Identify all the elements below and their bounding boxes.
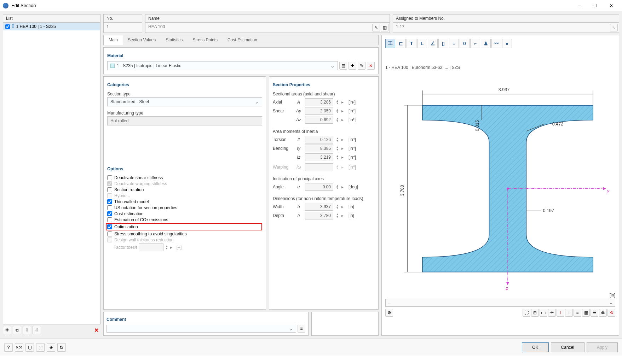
- shape-round-icon[interactable]: ●: [502, 39, 512, 48]
- material-new-icon[interactable]: ✚: [349, 62, 356, 70]
- delete-item-button[interactable]: ✕: [92, 326, 100, 334]
- library-icon[interactable]: ▥: [381, 24, 388, 31]
- shape-box-icon[interactable]: ▯: [438, 39, 448, 48]
- list-item[interactable]: I 1 HEA 100 | 1 - S235: [3, 23, 100, 30]
- formula-icon[interactable]: fx: [57, 343, 66, 352]
- option-deactivate-warping-stiffness: Deactivate warping stiffness: [107, 181, 262, 186]
- option-checkbox[interactable]: [107, 231, 112, 236]
- option-checkbox[interactable]: [107, 217, 112, 222]
- assigned-field[interactable]: 1-17: [393, 23, 619, 33]
- sort-asc-button[interactable]: ⇅: [23, 326, 31, 334]
- shape-z-icon[interactable]: ∠: [428, 39, 438, 48]
- material-library-icon[interactable]: ▤: [339, 62, 347, 70]
- prop-arrow-icon[interactable]: ▸: [341, 213, 346, 218]
- option-checkbox[interactable]: [107, 187, 112, 192]
- display-2-icon[interactable]: ⬚: [36, 343, 45, 352]
- view-extents-icon[interactable]: ⛶: [523, 309, 530, 317]
- comment-input[interactable]: [106, 325, 296, 333]
- maximize-button[interactable]: ☐: [587, 1, 603, 11]
- shape-l-icon[interactable]: L: [417, 39, 427, 48]
- material-delete-icon[interactable]: ✕: [367, 62, 375, 70]
- close-button[interactable]: ✕: [603, 1, 619, 11]
- display-3-icon[interactable]: ◈: [47, 343, 55, 352]
- view-shear-icon[interactable]: ⊥: [565, 309, 573, 317]
- prop-input-b[interactable]: [305, 203, 333, 211]
- prop-input-Iy[interactable]: [305, 145, 333, 152]
- view-reset-icon[interactable]: ⟲: [607, 309, 615, 317]
- material-dropdown[interactable]: 1 - S235 | Isotropic | Linear Elastic: [107, 61, 338, 70]
- shape-rail-icon[interactable]: ♟: [481, 39, 491, 48]
- option-checkbox[interactable]: [107, 205, 112, 210]
- view-dims-icon[interactable]: ⟷: [540, 309, 547, 317]
- section-type-dropdown[interactable]: Standardized - Steel: [107, 97, 262, 106]
- view-values-icon[interactable]: ⊞: [531, 309, 539, 317]
- sort-desc-button[interactable]: ⇵: [33, 326, 41, 334]
- minimize-button[interactable]: ─: [571, 1, 587, 11]
- tab-main[interactable]: Main: [104, 35, 123, 45]
- option-checkbox[interactable]: [107, 199, 112, 204]
- prop-input-Az[interactable]: [305, 116, 333, 124]
- prop-arrow-icon[interactable]: ▸: [341, 146, 346, 151]
- shape-t-icon[interactable]: T: [407, 39, 416, 48]
- view-list-icon[interactable]: ☰: [591, 309, 598, 317]
- cancel-button[interactable]: Cancel: [551, 342, 584, 352]
- shape-oval-icon[interactable]: 0: [460, 39, 470, 48]
- new-item-button[interactable]: ✚: [3, 326, 11, 334]
- print-icon[interactable]: 🖶: [599, 309, 607, 317]
- prop-arrow-icon[interactable]: ▸: [341, 117, 346, 122]
- prop-arrow-icon[interactable]: ▸: [341, 155, 346, 160]
- display-1-icon[interactable]: ▢: [25, 343, 34, 352]
- option-checkbox[interactable]: [107, 175, 112, 180]
- option-checkbox[interactable]: [107, 224, 112, 229]
- material-edit-icon[interactable]: ✎: [358, 62, 365, 70]
- option-stress-smoothing-to-avoid-singularities[interactable]: Stress smoothing to avoid singularities: [107, 231, 262, 236]
- help-icon[interactable]: ?: [4, 343, 13, 352]
- prop-arrow-icon[interactable]: ▸: [341, 108, 346, 113]
- prop-arrow-icon[interactable]: ▸: [341, 137, 346, 142]
- pick-members-icon[interactable]: ⤡: [610, 24, 618, 31]
- units-icon[interactable]: 0.00: [15, 343, 23, 352]
- view-plastic-icon[interactable]: ≡: [574, 309, 581, 317]
- shape-omega-icon[interactable]: ⌐: [470, 39, 480, 48]
- prop-input-A[interactable]: [305, 98, 333, 106]
- option-thin-walled-model[interactable]: Thin-walled model: [107, 199, 262, 204]
- list-item-checkbox[interactable]: [5, 24, 10, 29]
- shape-i-icon[interactable]: 工: [385, 39, 395, 48]
- comment-edit-icon[interactable]: ≡: [298, 325, 305, 333]
- view-grid-icon[interactable]: ▦: [582, 309, 590, 317]
- option-deactivate-shear-stiffness[interactable]: Deactivate shear stiffness: [107, 175, 262, 180]
- ok-button[interactable]: OK: [522, 342, 548, 352]
- shape-wave-icon[interactable]: 〰: [491, 39, 501, 48]
- i-section-icon: I: [12, 24, 14, 29]
- name-field[interactable]: HEA 100: [145, 23, 390, 33]
- edit-name-icon[interactable]: ✎: [372, 24, 380, 31]
- prop-arrow-icon[interactable]: ▸: [341, 100, 346, 105]
- option-cost-estimation[interactable]: Cost estimation: [107, 211, 262, 216]
- view-stress-icon[interactable]: I: [557, 309, 564, 317]
- apply-button[interactable]: Apply: [587, 342, 618, 352]
- prop-input-Ay[interactable]: [305, 107, 333, 115]
- option-us-notation-for-section-properties[interactable]: US notation for section properties: [107, 205, 262, 210]
- tab-cost-estimation[interactable]: Cost Estimation: [223, 35, 262, 45]
- tab-section-values[interactable]: Section Values: [123, 35, 161, 45]
- prop-input-It[interactable]: [305, 136, 333, 143]
- copy-item-button[interactable]: ⧉: [13, 326, 21, 334]
- shape-circle-icon[interactable]: ○: [449, 39, 459, 48]
- angle-input[interactable]: [305, 183, 333, 191]
- prop-arrow-icon[interactable]: ▸: [341, 204, 346, 209]
- svg-text:z: z: [506, 286, 508, 291]
- view-axes-icon[interactable]: ✛: [548, 309, 556, 317]
- no-field[interactable]: 1: [103, 23, 142, 33]
- tab-stress-points[interactable]: Stress Points: [188, 35, 223, 45]
- prop-input-Iz[interactable]: [305, 153, 333, 161]
- preview-view-dropdown[interactable]: --: [385, 299, 615, 307]
- dim-radius-text: 0.472: [552, 122, 563, 127]
- prop-input-h[interactable]: [305, 212, 333, 219]
- option-optimization[interactable]: Optimization: [106, 223, 262, 230]
- tab-statistics[interactable]: Statistics: [161, 35, 188, 45]
- preview-tool-a-icon[interactable]: ⚙: [385, 309, 393, 317]
- option-section-rotation[interactable]: Section rotation: [107, 187, 262, 192]
- option-estimation-of-co-emissions[interactable]: Estimation of CO₂ emissions: [107, 217, 262, 222]
- shape-c-icon[interactable]: ⊏: [396, 39, 406, 48]
- option-checkbox[interactable]: [107, 211, 112, 216]
